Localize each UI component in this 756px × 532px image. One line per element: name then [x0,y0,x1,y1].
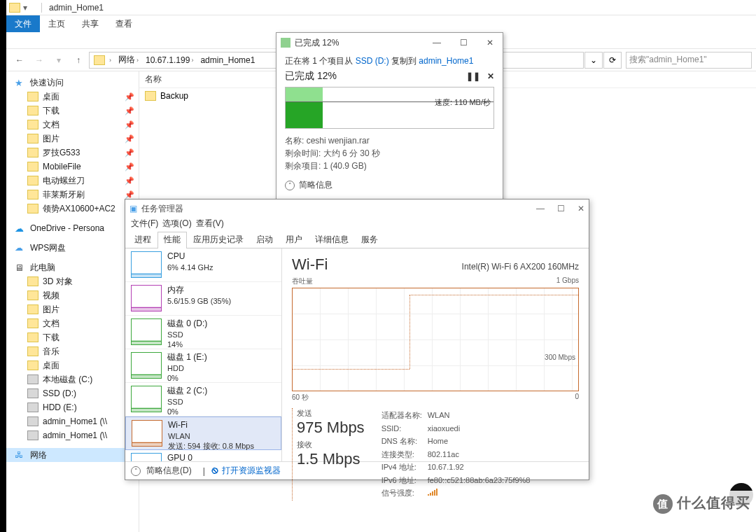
fewer-details-button[interactable]: 简略信息(D) [146,465,192,477]
maximize-button[interactable]: ☐ [557,204,565,214]
tm-menu-view[interactable]: 查看(V) [196,218,224,232]
folder-icon [27,176,38,186]
tm-menu-options[interactable]: 选项(O) [162,218,191,232]
tm-resource-item[interactable]: 磁盘 1 (E:)HDD 0% [125,349,281,383]
folder-icon [27,106,38,115]
nav-recent-button[interactable]: ▾ [50,52,68,69]
tm-resource-item[interactable]: 磁盘 2 (C:)SSD 0% [125,383,281,416]
send-label: 发送 [297,408,365,419]
tm-tab[interactable]: 性能 [158,232,187,248]
copy-description: 正在将 1 个项目从 SSD (D:) 复制到 admin_Home1 [285,55,494,67]
tm-tab[interactable]: 应用历史记录 [187,232,250,248]
watermark: 值什么值得买 [648,491,756,517]
sidebar-item[interactable]: 文档 [6,316,139,330]
tm-resource-item[interactable]: CPU6% 4.14 GHz [125,248,281,282]
sidebar-onedrive[interactable]: ☁OneDrive - Persona [6,221,139,235]
minimize-button[interactable]: — [536,204,545,214]
cancel-button[interactable]: ✕ [487,71,494,81]
sidebar-item[interactable]: admin_Home1 (\\ [6,414,139,428]
tm-resource-item[interactable]: GPU 0 [125,450,281,461]
folder-icon [145,91,156,101]
mini-graph [131,318,162,345]
sidebar-item[interactable]: HDD (E:) [6,400,139,414]
sidebar-item[interactable]: 本地磁盘 (C:) [6,372,139,386]
ribbon-view-tab[interactable]: 查看 [107,15,141,32]
sidebar-item[interactable]: 下载📌 [6,104,139,118]
fewer-details-button[interactable]: ˄ 简略信息 [285,179,494,191]
copy-progress-dialog: 已完成 12% — ☐ ✕ 正在将 1 个项目从 SSD (D:) 复制到 ad… [276,32,503,200]
folder-icon [27,318,38,328]
sidebar-item[interactable]: 音乐 [6,344,139,358]
open-resmon-link[interactable]: 🛇打开资源监视器 [211,465,281,477]
sidebar-quick-access[interactable]: ★快速访问 [6,76,139,90]
copy-dest-link[interactable]: admin_Home1 [419,56,473,66]
sidebar-item[interactable]: 电动螺丝刀📌 [6,174,139,188]
column-header-name[interactable]: 名称 [139,74,279,85]
ribbon-share-tab[interactable]: 共享 [74,15,107,32]
nav-back-button[interactable]: ← [10,52,29,69]
sidebar-thispc[interactable]: 🖥此电脑 [6,260,139,274]
tm-resource-list: CPU6% 4.14 GHz内存5.6/15.9 GB (35%)磁盘 0 (D… [125,248,282,461]
tm-tab[interactable]: 进程 [128,232,158,248]
tm-tab[interactable]: 启动 [250,232,279,248]
tm-tab[interactable]: 详细信息 [309,232,355,248]
minimize-button[interactable]: — [428,38,445,48]
tm-menu-file[interactable]: 文件(F) [131,218,158,232]
prop-value: 802.11ac [428,449,531,461]
ribbon-file-tab[interactable]: 文件 [6,15,40,32]
mini-graph [131,285,162,312]
wifi-properties: 适配器名称:WLANSSID:xiaoxuediDNS 名称:Home连接类型:… [380,408,532,500]
tm-tab[interactable]: 用户 [279,232,309,248]
sidebar-network[interactable]: 🖧网络 [6,448,139,462]
prop-label: SSID: [382,423,426,435]
sidebar-item[interactable]: admin_Home1 (\\ [6,428,139,442]
pin-icon: 📌 [125,106,134,115]
sidebar-item[interactable]: 图片 [6,302,139,316]
folder-icon [27,162,38,172]
mini-graph [131,386,162,412]
sidebar-item[interactable]: 下载 [6,330,139,344]
copy-dialog-titlebar[interactable]: 已完成 12% — ☐ ✕ [276,33,503,52]
refresh-button[interactable]: ⟳ [603,52,622,69]
qat-button[interactable]: ▾ [23,3,33,13]
sidebar-item[interactable]: 桌面📌 [6,90,139,104]
maximize-button[interactable]: ☐ [455,38,472,48]
tm-titlebar[interactable]: ▣ 任务管理器 — ☐ ✕ [125,200,589,218]
tm-resource-item[interactable]: Wi-FiWLAN 发送: 594 接收: 0.8 Mbps [125,416,281,450]
sidebar-item[interactable]: 图片📌 [6,132,139,146]
mini-graph [132,420,162,447]
sidebar-item[interactable]: SSD (D:) [6,386,139,400]
close-button[interactable]: ✕ [578,204,584,214]
pause-button[interactable]: ❚❚ [466,71,480,81]
sidebar-item[interactable]: 视频 [6,288,139,302]
breadcrumb: 网络› [115,54,143,66]
sidebar-item[interactable]: 菲莱斯牙刷📌 [6,188,139,202]
folder-icon [94,55,105,65]
copy-source-link[interactable]: SSD (D:) [356,56,389,66]
sidebar-item[interactable]: 桌面 [6,358,139,372]
network-icon: 🖧 [15,450,26,460]
task-manager-window: ▣ 任务管理器 — ☐ ✕ 文件(F) 选项(O) 查看(V) 进程性能应用历史… [125,199,589,480]
sidebar-item[interactable]: MobileFile📌 [6,160,139,174]
sidebar-item[interactable]: 文档📌 [6,118,139,132]
explorer-titlebar[interactable]: ▾ admin_Home1 [6,0,756,15]
tm-resource-item[interactable]: 内存5.6/15.9 GB (35%) [125,282,281,316]
task-manager-icon: ▣ [130,204,137,214]
address-dropdown-button[interactable]: ⌄ [584,52,603,69]
sidebar-wps[interactable]: ☁WPS网盘 [6,241,139,255]
prop-label: 适配器名称: [382,410,426,421]
breadcrumb: 10.67.1.199› [143,55,197,65]
drive-icon [27,416,38,426]
tm-tab[interactable]: 服务 [355,232,384,248]
prop-label: IPv4 地址: [382,461,426,473]
tm-resource-item[interactable]: 磁盘 0 (D:)SSD 14% [125,316,281,349]
sidebar-item[interactable]: 领势AX10600+AC2📌 [6,202,139,216]
nav-forward-button[interactable]: → [30,52,48,69]
sidebar-item[interactable]: 3D 对象 [6,274,139,288]
ribbon-home-tab[interactable]: 主页 [40,15,74,32]
sidebar-item[interactable]: 罗技G533📌 [6,146,139,160]
pin-icon: 📌 [125,120,134,130]
search-input[interactable]: 搜索"admin_Home1" [626,52,752,69]
nav-up-button[interactable]: ↑ [69,52,88,69]
close-button[interactable]: ✕ [482,38,498,48]
